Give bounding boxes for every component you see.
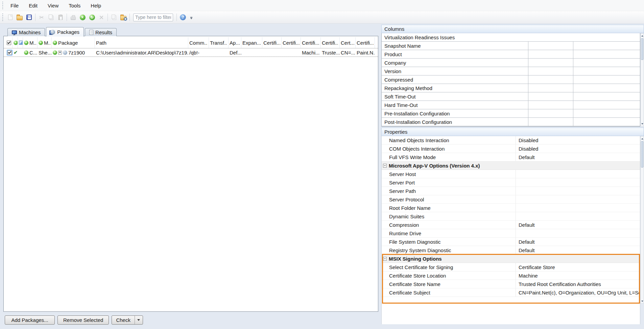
columns-cell-label[interactable]: Company xyxy=(382,59,528,67)
expand-icon[interactable] xyxy=(58,51,62,54)
cell-cert6[interactable]: Paint.N... xyxy=(356,50,375,56)
property-value[interactable] xyxy=(516,195,640,203)
property-value[interactable] xyxy=(516,187,640,195)
property-row-server-host[interactable]: Server Host xyxy=(382,170,640,178)
property-value[interactable] xyxy=(516,170,640,178)
new-file-button[interactable] xyxy=(6,13,15,22)
columns-cell-value[interactable] xyxy=(528,59,573,67)
toolbar-grip-handle[interactable] xyxy=(2,14,3,21)
property-value[interactable]: Default xyxy=(516,238,640,246)
property-row-named-objects-interaction[interactable]: Named Objects InteractionDisabled xyxy=(382,136,640,145)
header-cell-expan[interactable]: Expan... xyxy=(241,37,262,48)
filter-input[interactable] xyxy=(133,14,173,21)
menubar-grip-handle[interactable] xyxy=(2,2,3,9)
property-row-com-objects-interaction[interactable]: COM Objects InteractionDisabled xyxy=(382,145,640,153)
cell-m2[interactable]: She... xyxy=(38,50,52,56)
header-cell-cert2[interactable]: Certifi... xyxy=(282,37,301,48)
cell-comm[interactable]: /qb!- xyxy=(188,50,209,56)
columns-row-pre-installation-configuration[interactable]: Pre-Installation Configuration xyxy=(382,109,640,118)
columns-cell-label[interactable]: Pre-Installation Configuration xyxy=(382,109,528,118)
property-value[interactable]: Disabled xyxy=(516,145,640,153)
columns-cell-value[interactable] xyxy=(528,118,573,126)
columns-row-post-installation-configuration[interactable]: Post-Installation Configuration xyxy=(382,118,640,126)
check-button[interactable]: Check xyxy=(112,315,143,325)
columns-cell-value[interactable] xyxy=(528,50,573,59)
cut-button[interactable] xyxy=(37,13,46,22)
columns-cell-label[interactable]: Version xyxy=(382,67,528,75)
columns-cell-label[interactable]: Product xyxy=(382,50,528,59)
scroll-up-icon[interactable] xyxy=(641,34,644,38)
columns-row-version[interactable]: Version xyxy=(382,67,640,75)
columns-row-hard-time-out[interactable]: Hard Time-Out xyxy=(382,101,640,109)
collapse-icon[interactable] xyxy=(383,257,387,261)
property-row-file-system-diagnostic[interactable]: File System DiagnosticDefault xyxy=(382,238,640,246)
scroll-up-icon[interactable] xyxy=(641,136,644,141)
property-value[interactable] xyxy=(516,178,640,187)
property-row-certificate-subject[interactable]: Certificate SubjectCN=Paint.Net(c), O=Or… xyxy=(382,288,640,297)
copy-button[interactable] xyxy=(47,13,55,22)
columns-cell-value[interactable] xyxy=(573,75,640,84)
collapse-icon[interactable] xyxy=(383,164,387,168)
tab-machines[interactable]: Machines xyxy=(7,28,45,36)
add-packages-button[interactable]: Add Packages... xyxy=(5,315,55,325)
columns-cell-value[interactable] xyxy=(528,92,573,101)
header-cell-cert5[interactable]: Cert... xyxy=(340,37,356,48)
columns-cell-label[interactable]: Compressed xyxy=(382,75,528,84)
header-cell-msi[interactable] xyxy=(18,37,23,48)
scroll-down-icon[interactable] xyxy=(641,299,644,303)
menu-item-edit[interactable]: Edit xyxy=(24,0,43,11)
columns-cell-value[interactable] xyxy=(573,67,640,75)
columns-row-soft-time-out[interactable]: Soft Time-Out xyxy=(382,92,640,101)
scroll-down-icon[interactable] xyxy=(641,122,644,126)
save-button[interactable] xyxy=(25,13,33,22)
columns-cell-value[interactable] xyxy=(573,42,640,50)
columns-cell-value[interactable] xyxy=(528,109,573,118)
property-value[interactable]: Default xyxy=(516,246,640,254)
columns-cell-value[interactable] xyxy=(573,92,640,101)
property-value[interactable] xyxy=(516,212,640,220)
property-group-microsoft-app-v-options-version-4-x[interactable]: Microsoft App-V Options (Version 4.x) xyxy=(382,161,640,170)
columns-row-virtualization-readiness-issues[interactable]: Virtualization Readiness Issues xyxy=(382,33,640,42)
header-cell-ap[interactable]: Ap... xyxy=(229,37,241,48)
property-value[interactable]: Default xyxy=(516,153,640,161)
property-value[interactable]: Certificate Store xyxy=(516,263,640,271)
property-row-server-protocol[interactable]: Server Protocol xyxy=(382,195,640,204)
refresh-button[interactable] xyxy=(88,13,96,22)
property-row-certificate-store-name[interactable]: Certificate Store NameTrusted Root Certi… xyxy=(382,280,640,288)
report-pages-button[interactable] xyxy=(110,13,118,22)
header-cell-sel[interactable] xyxy=(6,37,13,48)
cell-m1[interactable]: C... xyxy=(23,50,38,56)
property-row-root-folder-name[interactable]: Root Folder Name xyxy=(382,204,640,212)
open-folder-button[interactable] xyxy=(15,13,24,22)
columns-cell-value[interactable] xyxy=(528,75,573,84)
property-row-compression[interactable]: CompressionDefault xyxy=(382,221,640,229)
cell-path[interactable]: C:\Users\administrator.AR\Desktop\7z19..… xyxy=(95,50,188,56)
columns-scrollbar[interactable] xyxy=(640,33,644,126)
package-down-button[interactable] xyxy=(78,13,87,22)
columns-row-snapshot-name[interactable]: Snapshot Name xyxy=(382,42,640,50)
property-group-msix-signing-options[interactable]: MSIX Signing Options xyxy=(382,255,640,263)
columns-cell-value[interactable] xyxy=(528,84,573,92)
property-row-runtime-drive[interactable]: Runtime Drive xyxy=(382,229,640,238)
columns-row-repackaging-method[interactable]: Repackaging Method xyxy=(382,84,640,92)
columns-cell-value[interactable] xyxy=(573,50,640,59)
scrollbar-thumb[interactable] xyxy=(641,38,643,60)
header-cell-cert6[interactable]: Certifi... xyxy=(356,37,375,48)
property-value[interactable]: CN=Paint.Net(c), O=Organization, OU=Org … xyxy=(516,288,640,297)
property-row-certificate-store-location[interactable]: Certificate Store LocationMachine xyxy=(382,271,640,280)
cell-status[interactable] xyxy=(13,49,18,56)
row-checkbox[interactable] xyxy=(7,50,12,55)
header-cell-transf[interactable]: Transf... xyxy=(209,37,229,48)
cell-cert4[interactable]: Truste... xyxy=(321,50,340,56)
columns-cell-value[interactable] xyxy=(573,101,640,109)
header-cell-cert1[interactable]: Certifi... xyxy=(262,37,282,48)
header-cell-cert3[interactable]: Certifi... xyxy=(301,37,321,48)
search-folder-button[interactable] xyxy=(119,13,128,22)
columns-cell-value[interactable] xyxy=(528,67,573,75)
columns-row-company[interactable]: Company xyxy=(382,59,640,67)
columns-row-compressed[interactable]: Compressed xyxy=(382,75,640,84)
columns-cell-label[interactable]: Repackaging Method xyxy=(382,84,528,92)
select-all-checkbox[interactable] xyxy=(7,41,11,45)
menu-item-tools[interactable]: Tools xyxy=(64,0,86,11)
property-row-dynamic-suites[interactable]: Dynamic Suites xyxy=(382,212,640,221)
